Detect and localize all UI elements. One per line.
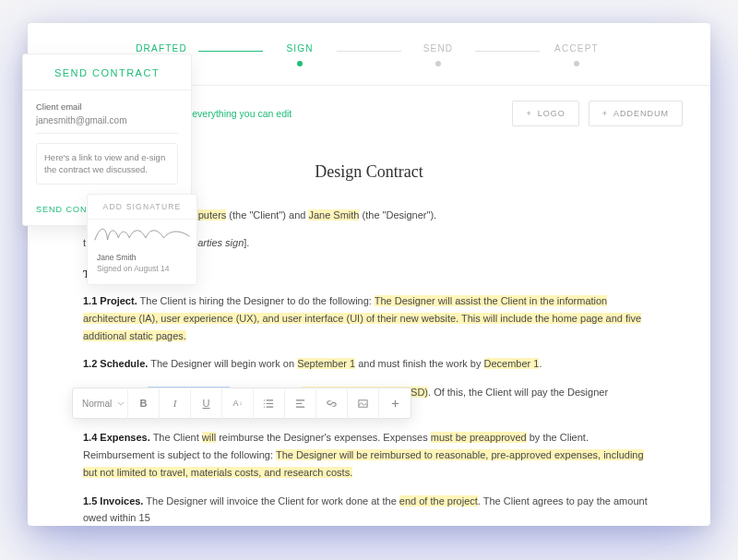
step-sign[interactable]: SIGN: [263, 43, 337, 68]
image-button[interactable]: [348, 387, 379, 419]
format-select[interactable]: Normal: [73, 387, 128, 419]
plus-icon: [389, 398, 401, 410]
signature-date: Signed on August 14: [97, 264, 187, 275]
chevron-down-icon: [117, 398, 125, 410]
step-label: ACCEPT: [554, 43, 599, 54]
link-button[interactable]: [316, 387, 348, 419]
signature-card-title: ADD SIGNATURE: [88, 195, 196, 220]
client-email-label: Client email: [36, 101, 178, 112]
plus-icon: +: [602, 109, 608, 118]
client-email-input[interactable]: janesmith@gmail.com: [36, 115, 178, 134]
step-label: DRAFTED: [136, 43, 187, 54]
signature-image: [88, 220, 196, 249]
font-size-button[interactable]: A↕: [222, 387, 254, 419]
step-accept[interactable]: ACCEPT: [540, 43, 613, 68]
text-editor-toolbar: Normal B I U A↕: [72, 387, 411, 419]
align-button[interactable]: [285, 387, 316, 419]
step-label: SEND: [423, 43, 454, 54]
clause-1-2: 1.2 Schedule. The Designer will begin wo…: [83, 355, 655, 373]
step-label: SIGN: [286, 43, 313, 54]
plus-icon: +: [526, 109, 531, 118]
link-icon: [326, 398, 338, 410]
clause-1-1: 1.1 Project. The Client is hiring the De…: [83, 292, 655, 344]
add-addendum-button[interactable]: +ADDENDUM: [589, 101, 683, 126]
align-icon: [294, 398, 306, 410]
message-textarea[interactable]: Here's a link to view and e-sign the con…: [36, 143, 178, 185]
signature-card[interactable]: ADD SIGNATURE Jane Smith Signed on Augus…: [87, 194, 197, 285]
send-panel-title: SEND CONTRACT: [23, 54, 191, 90]
image-icon: [357, 398, 369, 410]
clause-1-5: 1.5 Invoices. The Designer will invoice …: [83, 493, 655, 527]
add-logo-button[interactable]: +LOGO: [512, 101, 578, 126]
insert-button[interactable]: [379, 387, 411, 419]
italic-button[interactable]: I: [160, 387, 191, 419]
list-button[interactable]: [254, 387, 285, 419]
bold-button[interactable]: B: [128, 387, 160, 419]
step-send[interactable]: SEND: [401, 43, 475, 68]
underline-button[interactable]: U: [191, 387, 222, 419]
clause-1-4: 1.4 Expenses. The Client will reimburse …: [83, 429, 655, 481]
list-icon: [263, 398, 275, 410]
signature-name: Jane Smith: [97, 253, 187, 264]
